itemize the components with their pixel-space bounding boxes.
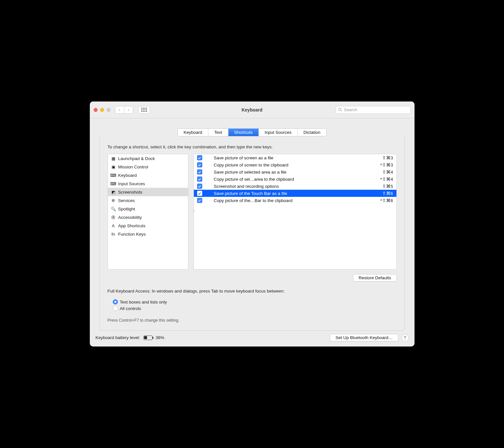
shortcut-checkbox[interactable] (197, 184, 202, 189)
category-spotlight[interactable]: 🔍Spotlight (108, 205, 188, 213)
category-mission-control[interactable]: ▣Mission Control (108, 163, 188, 171)
category-label: Accessibility (118, 215, 142, 220)
shortcut-checkbox[interactable] (197, 155, 202, 160)
shortcuts-panel: To change a shortcut, select it, click t… (100, 136, 405, 331)
function-keys-icon: fn (110, 231, 116, 237)
shortcut-row[interactable]: Save picture of screen as a file⇧⌘3 (194, 154, 396, 161)
category-label: Function Keys (118, 232, 146, 237)
help-button[interactable]: ? (402, 334, 409, 341)
preferences-window: ‹ › Keyboard KeyboardTextShortcutsInput … (90, 101, 415, 347)
setup-bluetooth-keyboard-button[interactable]: Set Up Bluetooth Keyboard… (330, 334, 398, 341)
apps-grid-icon (141, 108, 147, 112)
category-app-shortcuts[interactable]: AApp Shortcuts (108, 221, 188, 230)
radio-button[interactable] (113, 299, 118, 304)
category-keyboard[interactable]: ⌨Keyboard (108, 171, 188, 179)
shortcut-row[interactable]: Save picture of the Touch Bar as a file⇧… (194, 190, 396, 197)
tab-bar: KeyboardTextShortcutsInput SourcesDictat… (178, 129, 326, 136)
instruction-text: To change a shortcut, select it, click t… (108, 144, 397, 149)
category-input-sources[interactable]: ⌨Input Sources (108, 179, 188, 188)
shortcut-keys[interactable]: ^⇧⌘3 (380, 162, 393, 167)
shortcut-checkbox[interactable] (197, 198, 202, 203)
fka-option[interactable]: Text boxes and lists only (113, 299, 397, 304)
services-icon: ✲ (110, 197, 116, 203)
restore-defaults-button[interactable]: Restore Defaults (353, 274, 397, 282)
shortcut-row[interactable]: Copy picture of sel…area to the clipboar… (194, 176, 396, 183)
shortcut-keys[interactable]: ⇧⌘3 (382, 155, 393, 160)
category-label: Keyboard (118, 173, 137, 178)
zoom-window-button[interactable] (107, 108, 110, 112)
battery-label: Keyboard battery level: (96, 335, 140, 340)
close-window-button[interactable] (94, 108, 98, 112)
category-label: Mission Control (118, 165, 148, 169)
category-accessibility[interactable]: ⦿Accessibility (108, 213, 188, 221)
tab-text[interactable]: Text (208, 129, 228, 136)
radio-label: Text boxes and lists only (120, 300, 167, 304)
shortcut-label: Copy picture of the…Bar to the clipboard (206, 198, 377, 203)
traffic-lights (94, 108, 110, 112)
spotlight-icon: 🔍 (110, 206, 116, 212)
search-icon (338, 108, 342, 112)
shortcut-label: Save picture of the Touch Bar as a file (206, 191, 379, 196)
shortcut-keys[interactable]: ^⇧⌘4 (380, 176, 393, 182)
shortcut-label: Copy picture of sel…area to the clipboar… (206, 177, 377, 182)
category-label: Input Sources (118, 181, 145, 186)
search-field[interactable] (336, 106, 411, 114)
shortcut-keys[interactable]: ⇧⌘5 (382, 184, 393, 189)
category-list[interactable]: ▦Launchpad & Dock▣Mission Control⌨Keyboa… (108, 154, 188, 270)
shortcut-keys[interactable]: ⇧⌘4 (382, 169, 393, 175)
category-label: App Shortcuts (118, 223, 146, 228)
category-function-keys[interactable]: fnFunction Keys (108, 230, 188, 238)
toolbar: ‹ › Keyboard (90, 101, 415, 118)
chevron-right-icon: › (128, 107, 129, 112)
radio-label: All controls (120, 306, 141, 311)
mission-control-icon: ▣ (110, 164, 116, 170)
search-input[interactable] (343, 107, 408, 112)
show-all-button[interactable] (138, 106, 150, 114)
fka-option[interactable]: All controls (113, 306, 397, 311)
screenshots-icon: ◩ (110, 189, 116, 195)
shortcut-keys[interactable]: ^⇧⌘6 (380, 198, 393, 203)
launchpad-icon: ▦ (110, 155, 116, 161)
shortcut-keys[interactable]: ⇧⌘6 (382, 191, 393, 196)
nav-buttons: ‹ › (115, 106, 133, 114)
shortcut-label: Screenshot and recording options (206, 184, 379, 189)
tab-input-sources[interactable]: Input Sources (259, 129, 298, 136)
accessibility-icon: ⦿ (110, 214, 116, 220)
input-sources-icon: ⌨ (110, 181, 116, 187)
shortcut-checkbox[interactable] (197, 191, 202, 196)
shortcut-label: Save picture of selected area as a file (206, 170, 379, 175)
tab-keyboard[interactable]: Keyboard (178, 129, 208, 136)
tab-dictation[interactable]: Dictation (298, 129, 326, 136)
app-shortcuts-icon: A (110, 223, 116, 229)
pane-resize-handle[interactable] (194, 210, 194, 212)
pane-body: KeyboardTextShortcutsInput SourcesDictat… (90, 118, 415, 347)
battery-percent: 36% (156, 335, 164, 340)
shortcut-checkbox[interactable] (197, 169, 202, 175)
keyboard-icon: ⌨ (110, 172, 116, 178)
category-label: Screenshots (118, 190, 142, 195)
shortcut-label: Copy picture of screen to the clipboard (206, 163, 377, 167)
minimize-window-button[interactable] (100, 108, 104, 112)
category-services[interactable]: ✲Services (108, 196, 188, 205)
back-button[interactable]: ‹ (115, 106, 124, 114)
category-label: Launchpad & Dock (118, 156, 155, 161)
category-screenshots[interactable]: ◩Screenshots (108, 188, 188, 196)
shortcut-checkbox[interactable] (197, 176, 202, 182)
chevron-left-icon: ‹ (119, 107, 120, 112)
shortcut-row[interactable]: Copy picture of the…Bar to the clipboard… (194, 197, 396, 204)
full-keyboard-access-label: Full Keyboard Access: In windows and dia… (108, 289, 397, 293)
shortcut-checkbox[interactable] (197, 162, 202, 167)
fka-hint: Press Control+F7 to change this setting. (108, 318, 397, 323)
category-label: Services (118, 198, 135, 203)
shortcut-row[interactable]: Screenshot and recording options⇧⌘5 (194, 183, 396, 190)
radio-button[interactable] (113, 306, 118, 311)
shortcut-list[interactable]: Save picture of screen as a file⇧⌘3Copy … (194, 154, 397, 270)
category-launchpad-dock[interactable]: ▦Launchpad & Dock (108, 154, 188, 163)
battery-icon (143, 336, 152, 340)
category-label: Spotlight (118, 207, 135, 211)
split-view: ▦Launchpad & Dock▣Mission Control⌨Keyboa… (108, 154, 397, 270)
shortcut-row[interactable]: Copy picture of screen to the clipboard^… (194, 161, 396, 168)
forward-button[interactable]: › (124, 106, 133, 114)
tab-shortcuts[interactable]: Shortcuts (228, 129, 259, 136)
shortcut-row[interactable]: Save picture of selected area as a file⇧… (194, 168, 396, 176)
